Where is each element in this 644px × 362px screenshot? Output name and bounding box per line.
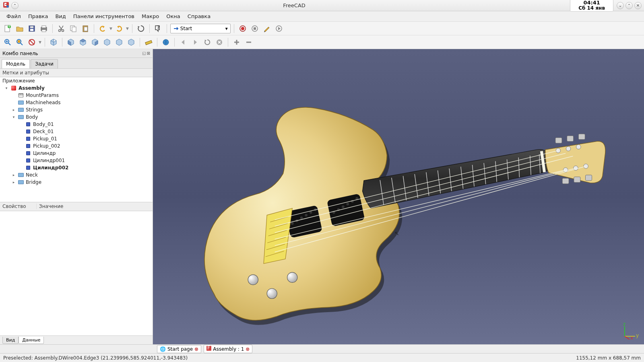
cut-button[interactable] [56,23,66,34]
nav-stop-button[interactable] [214,37,225,47]
measure-button[interactable] [143,37,154,47]
tree-twisty-icon[interactable]: ▸ [11,180,16,184]
view-rear-button[interactable] [102,37,112,47]
workbench-selector[interactable]: Start ▾ [170,24,231,33]
macro-stop-button[interactable] [250,23,260,34]
macro-run-button[interactable] [274,23,284,34]
svg-point-63 [305,214,308,216]
close-button[interactable]: ✕ [634,2,642,9]
tree-item[interactable]: Цилиндр002 [0,164,153,171]
workbench-label: Start [180,26,192,31]
nav-forward-button[interactable] [190,37,200,47]
zoom-in-button[interactable] [231,37,242,47]
new-file-button[interactable]: + [2,23,13,34]
view-right-button[interactable] [90,37,100,47]
pin-button[interactable]: ⌃ [11,2,19,9]
draw-style-button[interactable] [27,37,37,47]
close-icon[interactable]: ⊗ [246,346,250,352]
bottom-tab-view[interactable]: Вид [2,337,19,344]
tree-item-label: Deck_01 [33,129,54,134]
menu-help[interactable]: Справка [184,12,214,21]
whatsthis-button[interactable]: ? [153,23,163,34]
combo-panel: Комбо панель ◱ ⊠ Модель Задачи Метки и а… [0,49,153,344]
view-left-button[interactable] [126,37,136,47]
viewport-3d[interactable]: z y x ↖ [153,49,644,344]
macro-record-button[interactable] [237,23,248,34]
redo-button[interactable] [114,23,124,34]
view-bottom-button[interactable] [114,37,124,47]
drawstyle-dropdown-icon[interactable]: ▼ [39,40,41,44]
tree-item[interactable]: ▸Neck [0,171,153,179]
tree-item[interactable]: ▸Bridge [0,179,153,186]
combo-panel-title: Комбо панель [2,51,38,56]
tree-item-label: Цилиндр002 [33,165,68,171]
paste-button[interactable] [80,23,91,34]
tree-item[interactable]: MountParams [0,92,153,99]
tree-item[interactable]: ▸Strings [0,106,153,113]
redo-dropdown-icon[interactable]: ▼ [126,27,129,31]
macro-edit-button[interactable] [262,23,272,34]
save-button[interactable] [27,23,37,34]
panel-float-icon[interactable]: ◱ [142,51,146,56]
zoom-selection-button[interactable] [14,37,25,47]
separator [174,38,175,47]
tree-twisty-icon[interactable]: ▾ [11,115,16,119]
view-front-button[interactable] [66,37,76,47]
undo-button[interactable] [97,23,108,34]
tree-twisty-icon[interactable]: ▸ [11,173,16,177]
undo-dropdown-icon[interactable]: ▼ [109,27,112,31]
menu-view[interactable]: Вид [52,12,69,21]
box-icon [25,143,31,149]
tree-root[interactable]: Приложение [0,77,153,84]
menu-windows[interactable]: Окна [163,12,184,21]
zoom-out-button[interactable] [244,37,254,47]
view-iso-button[interactable] [48,37,59,47]
svg-line-91 [625,336,630,339]
tab-model[interactable]: Модель [2,59,30,68]
close-icon[interactable]: ⊗ [194,346,198,352]
nav-reload-button[interactable] [202,37,213,47]
model-tree[interactable]: Приложение ▾AssemblyMountParamsMachinehe… [0,77,153,202]
menu-macro[interactable]: Макро [138,12,162,21]
property-header: Свойство Значение [0,202,153,211]
tree-item[interactable]: Цилиндр [0,150,153,157]
tree-item[interactable]: Deck_01 [0,128,153,135]
copy-button[interactable] [68,23,78,34]
tree-item[interactable]: Цилиндр001 [0,157,153,164]
svg-point-19 [241,27,244,30]
tree-item[interactable]: Body_01 [0,121,153,128]
menu-toolbars[interactable]: Панели инструментов [70,12,138,21]
tree-twisty-icon[interactable]: ▾ [4,86,9,90]
clock-date: Сб 14 янв [578,6,605,11]
web-home-button[interactable] [161,37,171,47]
minimize-button[interactable]: ⌄ [617,2,624,9]
print-button[interactable] [39,23,49,34]
zoom-fit-button[interactable] [2,37,13,47]
tree-item[interactable]: Machineheads [0,99,153,106]
guitar-model [153,49,644,344]
svg-point-84 [248,275,258,285]
tree-item[interactable]: Pickup_002 [0,142,153,150]
nav-back-button[interactable] [178,37,188,47]
tree-item[interactable]: ▾Body [0,113,153,121]
refresh-button[interactable] [136,23,146,34]
tree-item[interactable]: ▾Assembly [0,84,153,92]
tree-item[interactable]: Pickup_01 [0,135,153,142]
svg-rect-14 [72,27,76,32]
maximize-button[interactable]: ⌃ [625,2,633,9]
svg-rect-10 [42,30,46,32]
tree-item-label: Bridge [26,179,41,185]
open-file-button[interactable] [14,23,25,34]
bottom-tab-data[interactable]: Данные [19,337,44,344]
doc-tab-start[interactable]: 🌐 Start page ⊗ [157,345,201,353]
svg-text:+: + [7,25,11,29]
doc-tab-assembly[interactable]: F Assembly : 1 ⊗ [204,345,252,353]
separator [140,38,140,47]
view-top-button[interactable] [78,37,88,47]
tab-tasks[interactable]: Задачи [31,59,58,68]
menu-file[interactable]: Файл [3,12,24,21]
panel-close-icon[interactable]: ⊠ [147,51,150,56]
menu-edit[interactable]: Правка [25,12,51,21]
tree-twisty-icon[interactable]: ▸ [11,108,16,112]
separator [62,38,62,47]
